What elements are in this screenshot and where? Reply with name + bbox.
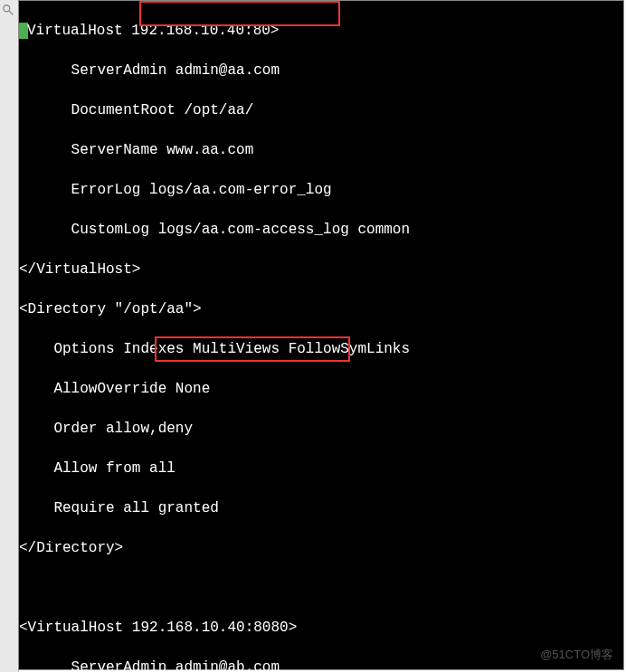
config-line: <Directory "/opt/aa"> bbox=[19, 299, 623, 319]
text: <VirtualHost bbox=[19, 620, 132, 636]
config-line: ServerName www.aa.com bbox=[19, 140, 623, 160]
config-line: DocumentRoot /opt/aa/ bbox=[19, 100, 623, 120]
config-line: ServerAdmin admin@ab.com bbox=[19, 658, 623, 672]
terminal-editor[interactable]: VirtualHost 192.168.10.40:80> ServerAdmi… bbox=[18, 0, 624, 670]
text: VirtualHost bbox=[27, 23, 131, 39]
config-line: <VirtualHost 192.168.10.40:8080> bbox=[19, 618, 623, 638]
config-line: VirtualHost 192.168.10.40:80> bbox=[19, 21, 623, 41]
watermark-text: @51CTO博客 bbox=[540, 647, 613, 663]
config-line: AllowOverride None bbox=[19, 379, 623, 399]
config-line: Require all granted bbox=[19, 498, 623, 518]
left-gutter bbox=[0, 0, 19, 672]
config-line: </Directory> bbox=[19, 538, 623, 558]
config-line: </VirtualHost> bbox=[19, 260, 623, 279]
vhost2-address: 192.168.10.40:8080 bbox=[132, 620, 289, 636]
blank-line bbox=[19, 578, 623, 598]
text: > bbox=[270, 23, 280, 39]
text: > bbox=[289, 620, 298, 636]
vhost1-address: 192.168.10.40:80 bbox=[131, 23, 270, 39]
search-icon[interactable] bbox=[2, 4, 14, 16]
svg-point-0 bbox=[4, 5, 10, 12]
config-line: Allow from all bbox=[19, 459, 623, 478]
config-line: Order allow,deny bbox=[19, 419, 623, 439]
config-line: ServerAdmin admin@aa.com bbox=[19, 61, 623, 80]
config-line: ErrorLog logs/aa.com-error_log bbox=[19, 180, 623, 200]
svg-line-1 bbox=[9, 11, 13, 14]
app-window: VirtualHost 192.168.10.40:80> ServerAdmi… bbox=[0, 0, 626, 672]
config-line: CustomLog logs/aa.com-access_log common bbox=[19, 220, 623, 240]
config-line: Options Indexes MultiViews FollowSymLink… bbox=[19, 339, 623, 359]
